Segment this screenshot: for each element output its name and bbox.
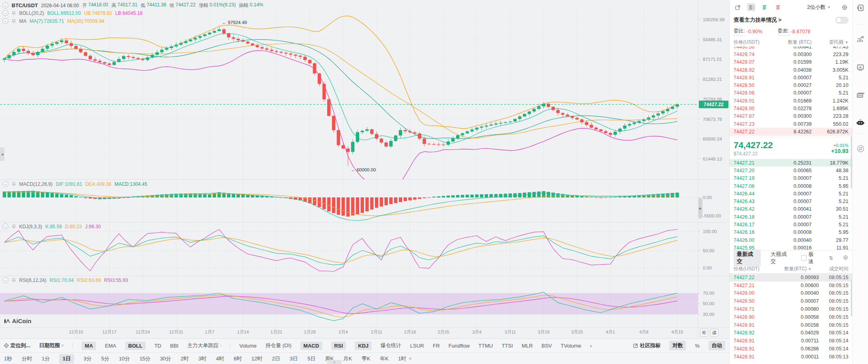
ask-row[interactable]: 74429.070.015991.19K — [730, 58, 852, 66]
chip-distribution-button[interactable]: 筹 — [700, 329, 708, 337]
indicator-button-MA[interactable]: MA — [82, 342, 96, 350]
popout-icon[interactable] — [734, 3, 742, 11]
collapse-left-panel-handle[interactable]: ◀ — [0, 147, 4, 161]
indicator-button-主力大单跟踪[interactable]: 主力大单跟踪› — [187, 342, 221, 349]
monitor-chart-icon[interactable] — [856, 63, 865, 72]
timeframe-button-3日[interactable]: 3日 — [290, 355, 298, 362]
trade-row[interactable]: 74428.500.0000708:05:15 — [730, 297, 852, 305]
money-icon[interactable]: $ — [856, 3, 865, 12]
bid-row[interactable]: 74426.440.000075.21 — [730, 190, 852, 197]
alert-bell-icon[interactable] — [12, 182, 16, 187]
ask-row[interactable]: 74428.910.000075.21 — [730, 74, 852, 81]
timeframe-button-2时[interactable]: 2时 — [181, 355, 189, 362]
indicator-button-BOLL[interactable]: BOLL — [125, 342, 146, 350]
timeframe-button-1时[interactable]: 1时✕ — [398, 355, 412, 362]
quick-mode-checkbox[interactable]: 极速 — [801, 251, 819, 265]
orderbook-scrollbar[interactable] — [851, 136, 852, 188]
view-main-orders-link[interactable]: 查看主力挂单情况 > — [734, 16, 782, 24]
price-column-header[interactable]: 价格(USDT) — [734, 39, 772, 46]
indicator-button-RSI[interactable]: RSI — [331, 342, 346, 350]
book-bids-icon[interactable] — [774, 3, 782, 11]
collapse-chevron-icon[interactable]: ⌄ — [2, 2, 8, 8]
timeframe-button-3分[interactable]: 3分 — [84, 355, 92, 362]
trade-row[interactable]: 74428.910.0628608:05:14 — [730, 345, 852, 353]
book-combined-icon[interactable] — [747, 3, 755, 11]
indicator-button-爆仓统计[interactable]: 爆仓统计 — [380, 342, 401, 349]
axis-scroll-handle[interactable]: ▶ — [698, 198, 702, 219]
trade-row[interactable]: 74428.710.0008008:05:15 — [730, 305, 852, 313]
trade-row[interactable]: 74428.900.0005808:05:15 — [730, 313, 852, 321]
indicator-button-社区指标[interactable]: 社区指标 — [633, 342, 660, 349]
trade-row[interactable]: 74428.920.0402908:05:14 — [730, 329, 852, 337]
indicator-button-Volume[interactable]: Volume — [239, 343, 256, 349]
indicator-button-Fundflow[interactable]: Fundflow — [448, 343, 470, 349]
settings-gear-icon[interactable] — [840, 3, 848, 11]
timeframe-button-2日[interactable]: 2日 — [272, 355, 280, 362]
exchange-icon[interactable] — [856, 144, 865, 153]
indicator-button-KDJ[interactable]: KDJ — [355, 342, 372, 350]
trades-settings-gear-icon[interactable] — [843, 255, 848, 261]
bid-row[interactable]: 74426.430.000075.21 — [730, 197, 852, 205]
trade-row[interactable]: 74428.000.0004008:05:15 — [730, 290, 852, 298]
indicator-button-TD[interactable]: TD — [154, 343, 161, 349]
timeframe-button-5日[interactable]: 5日 — [307, 355, 315, 362]
indicator-button-定位到-[interactable]: 定位到... — [4, 342, 30, 349]
candlestick-chart[interactable]: 12月1012月1712月2412月311月71月141月211月282月42月… — [0, 0, 729, 338]
ask-row[interactable]: 74427.870.00300223.28 — [730, 113, 852, 120]
timeframe-button-6时[interactable]: 6时 — [234, 355, 242, 362]
timeframe-button-12时[interactable]: 12时 — [252, 355, 262, 362]
timeframe-button-分时[interactable]: 分时 — [22, 355, 32, 362]
timeframe-button-1日[interactable]: 1日 — [59, 354, 74, 364]
timeframe-button-4时[interactable]: 4时 — [216, 355, 224, 362]
bid-row[interactable]: 74426.180.000075.21 — [730, 213, 852, 221]
main-orders-toggle[interactable] — [836, 17, 848, 24]
indicator-button-LSUR[interactable]: LSUR — [410, 343, 424, 349]
bid-row[interactable]: 74426.160.000085.95 — [730, 229, 852, 236]
bid-row[interactable]: 74427.200.0006548.38 — [730, 167, 852, 174]
trade-time-header[interactable]: 成交时间 — [812, 265, 848, 272]
timeframe-button-1秒[interactable]: 1秒 — [4, 355, 12, 362]
toolbar-collapse-handle[interactable]: ▼ — [327, 360, 342, 364]
timeframe-button-10分[interactable]: 10分 — [119, 355, 130, 362]
collapse-chevron-icon[interactable]: ⌄ — [2, 181, 8, 187]
alert-bell-icon[interactable] — [12, 224, 16, 229]
trend-up-icon[interactable] — [856, 35, 865, 44]
timeframe-button-月K[interactable]: 月K — [343, 355, 352, 362]
trade-row[interactable]: 74427.220.0009308:05:15 — [730, 274, 852, 282]
trades-scrollbar[interactable] — [851, 280, 852, 316]
tab-large-trades[interactable]: 大额成交 — [767, 249, 794, 266]
timeframe-button-3时[interactable]: 3时 — [198, 355, 206, 362]
collapse-chevron-icon[interactable]: ⌄ — [2, 223, 8, 229]
timeframe-button-5分[interactable]: 5分 — [101, 355, 109, 362]
alert-bell-icon[interactable] — [12, 11, 16, 16]
liquidation-button[interactable]: 爆 — [710, 329, 718, 337]
trade-row[interactable]: 74427.210.0060008:05:15 — [730, 282, 852, 290]
indicator-button-MLR[interactable]: MLR — [522, 343, 532, 349]
indicator-button-TTSI[interactable]: TTSI — [502, 343, 513, 349]
collapse-chevron-icon[interactable]: ⌄ — [2, 18, 8, 24]
ask-row[interactable]: 74429.740.00300223.29 — [730, 50, 852, 58]
etf-icon[interactable]: ETF — [856, 91, 865, 100]
trade-row[interactable]: 74428.910.0001108:05:13 — [730, 353, 852, 361]
timeframe-button-15分[interactable]: 15分 — [140, 355, 150, 362]
ask-row[interactable]: 74428.000.022781.695K — [730, 105, 852, 112]
ask-row[interactable]: 74427.228.42262626.872K — [730, 128, 852, 135]
indicator-button-BBI[interactable]: BBI — [170, 343, 178, 349]
amount-column-header[interactable]: 委托额 ▼ — [812, 39, 848, 46]
indicator-button-%[interactable]: % — [695, 343, 700, 349]
ask-row[interactable]: 74427.230.00739550.02 — [730, 120, 852, 128]
trade-price-header[interactable]: 价格(USDT) — [734, 265, 772, 272]
sort-icon[interactable]: ⇅ — [829, 255, 833, 261]
indicator-button-TTMU[interactable]: TTMU — [478, 343, 493, 349]
bid-row[interactable]: 74427.060.000085.95 — [730, 182, 852, 190]
indicator-button--[interactable]: › — [590, 343, 592, 349]
indicator-button-FR[interactable]: FR — [433, 343, 440, 349]
indicator-button-TVolume[interactable]: TVolume — [561, 343, 581, 349]
indicator-button-自动[interactable]: 自动 — [708, 341, 725, 350]
ask-row[interactable]: 74428.500.0002720.10 — [730, 81, 852, 89]
collapse-chevron-icon[interactable]: ⌄ — [2, 277, 8, 283]
bid-row[interactable]: 74427.210.2523118.779K — [730, 159, 852, 167]
trade-row[interactable]: 74428.910.0071108:05:14 — [730, 337, 852, 345]
trade-row[interactable]: 74428.910.0015608:05:15 — [730, 321, 852, 329]
indicator-button-对数[interactable]: 对数 — [669, 341, 686, 350]
